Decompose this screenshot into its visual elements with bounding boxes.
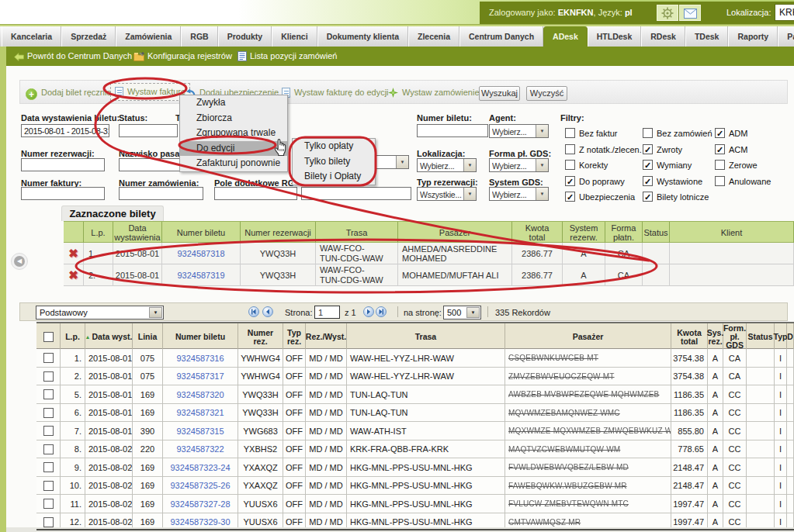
settings-button[interactable] (657, 5, 678, 21)
main-tab[interactable]: RGB (181, 26, 217, 47)
delete-ticket-icon[interactable]: ✖ (68, 249, 78, 258)
last-page-button[interactable] (376, 306, 387, 317)
page-input[interactable]: 1 (314, 306, 340, 319)
main-tab[interactable]: Dokumenty klienta (317, 26, 408, 47)
per-page-select[interactable]: 500 ▼ (443, 306, 481, 320)
header-rez-wyst[interactable]: Rez./Wyst. (306, 323, 347, 351)
header-pax[interactable]: Pasażer (505, 323, 671, 351)
ticket-number-link[interactable]: 9324587316 (176, 354, 224, 363)
payform-select[interactable]: Wybierz...▼ (489, 158, 549, 172)
ticket-number-link[interactable]: 9324587319 (177, 271, 224, 280)
ticket-number-link[interactable]: 9324587318 (177, 249, 224, 258)
main-tab[interactable]: RDesk (641, 26, 685, 47)
header-line[interactable]: Linia (133, 323, 163, 351)
back-to-centrum-danych-link[interactable]: Powrót do Centrum Danych (14, 50, 132, 63)
extra-field-input[interactable] (214, 187, 297, 200)
agent-select[interactable]: Wybierz...▼ (489, 124, 549, 138)
clear-button[interactable]: Wyczyść (526, 86, 567, 101)
add-ticket-button[interactable]: +Dodaj bilet ręcznie (26, 85, 112, 99)
extra-field-input-2[interactable] (301, 187, 411, 200)
main-tab[interactable]: Klienci (272, 26, 317, 47)
menu-item[interactable]: Zafakturuj ponownie (180, 156, 287, 171)
checkbox[interactable] (643, 128, 653, 138)
checkbox[interactable] (715, 176, 725, 186)
header-doc[interactable]: D (787, 323, 794, 351)
row-checkbox[interactable] (43, 408, 54, 418)
header-typ[interactable]: Typ rez. (283, 323, 306, 351)
header-status[interactable]: Status (747, 323, 775, 351)
ticket-number-link[interactable]: 9324587325-26 (170, 481, 230, 490)
ticket-number-link[interactable]: 9324587323-24 (170, 463, 230, 472)
row-checkbox[interactable] (43, 353, 54, 363)
checkbox[interactable]: ✓ (565, 192, 575, 202)
konfiguracja-rejestrow-link[interactable]: Konfiguracja rejestrów (133, 50, 232, 63)
row-checkbox[interactable] (43, 444, 54, 454)
main-tab[interactable]: Produkty (218, 26, 272, 47)
ticket-number-link[interactable]: 9324587329-30 (170, 517, 230, 527)
ticket-number-link[interactable]: 9324587322 (176, 444, 224, 454)
row-checkbox[interactable] (43, 481, 54, 491)
date-issued-input[interactable]: 2015-08-01 - 2015-08-31 (21, 124, 109, 137)
checkbox[interactable]: ✓ (643, 160, 653, 170)
issue-invoice-button[interactable]: Wystaw fakturę (110, 83, 190, 101)
menu-item[interactable]: Zgrupowana trwale (180, 126, 287, 141)
checkbox[interactable]: ✓ (643, 192, 653, 202)
header-date[interactable]: ▲Data wyst. (85, 323, 133, 351)
checkbox[interactable] (715, 160, 725, 170)
main-tab[interactable]: HTLDesk (588, 26, 642, 47)
gds-select[interactable]: Wybierz...▼ (489, 187, 549, 201)
ticket-number-link[interactable]: 9324587327-28 (170, 499, 230, 509)
header-route[interactable]: Trasa (347, 323, 505, 351)
header-sys[interactable]: Sys. rez. (708, 323, 723, 351)
prev-page-button[interactable] (262, 306, 273, 317)
search-button[interactable]: Wyszukaj (479, 86, 520, 101)
header-res[interactable]: Numer rez. (238, 323, 283, 351)
checkbox[interactable] (565, 128, 575, 138)
submenu-item[interactable]: Bilety i Opłaty (293, 169, 375, 185)
ticket-number-link[interactable]: 9324587315 (176, 427, 224, 436)
issue-order-button[interactable]: Wystaw zamówienie (388, 85, 480, 99)
header-amount[interactable]: Kwota total (671, 323, 708, 351)
main-tab[interactable]: TDesk (685, 26, 729, 47)
main-tab[interactable]: Pa (778, 26, 794, 47)
checkbox[interactable]: ✓ (643, 176, 653, 186)
header-form[interactable]: Form. pł. GDS (723, 323, 747, 351)
main-tab[interactable]: Kancelaria (2, 26, 61, 47)
checkbox[interactable] (565, 160, 575, 170)
row-checkbox[interactable] (43, 389, 54, 399)
header-lp[interactable]: L.p. (61, 323, 85, 351)
row-checkbox[interactable] (43, 499, 54, 509)
first-page-button[interactable] (248, 306, 259, 317)
ticket-number-link[interactable]: 9324587321 (176, 408, 224, 417)
main-tab[interactable]: ADesk (543, 26, 588, 47)
ticket-number-input[interactable] (417, 124, 488, 137)
main-tab[interactable]: Zamówienia (116, 26, 181, 47)
invoice-number-input[interactable] (21, 187, 105, 200)
main-tab[interactable]: Zlecenia (408, 26, 459, 47)
main-tab[interactable]: Raporty (728, 26, 778, 47)
menu-item[interactable]: Zwykła (180, 95, 287, 111)
row-checkbox[interactable] (43, 371, 54, 382)
header-type[interactable]: Typ (775, 323, 787, 351)
collapse-panel-button[interactable]: ◀ (11, 253, 28, 270)
checkbox[interactable]: ✓ (565, 176, 575, 186)
row-checkbox[interactable] (43, 462, 54, 472)
restype-select[interactable]: Wszystkie...▼ (417, 187, 477, 201)
mail-button[interactable] (679, 5, 701, 21)
menu-item[interactable]: Do edycji (180, 141, 287, 157)
next-page-button[interactable] (363, 306, 374, 317)
view-select[interactable]: Podstawowy ▼ (36, 306, 164, 320)
row-checkbox[interactable] (43, 426, 54, 436)
ticket-number-link[interactable]: 9324587317 (176, 371, 224, 381)
select-all-checkbox[interactable] (43, 332, 54, 342)
order-number-input[interactable] (119, 187, 203, 200)
status-input[interactable] (119, 124, 178, 137)
location-select[interactable]: Wybierz...▼ (417, 158, 477, 172)
ticket-number-link[interactable]: 9324587320 (176, 390, 224, 399)
lista-pozycji-zamowien-link[interactable]: Lista pozycji zamówień (238, 50, 338, 63)
row-checkbox[interactable] (43, 517, 54, 527)
header-ticket[interactable]: Numer biletu (163, 323, 238, 351)
checkbox[interactable]: ✓ (715, 128, 725, 138)
menu-item[interactable]: Zbiorcza (180, 111, 287, 126)
submenu-item[interactable]: Tylko bilety (293, 154, 375, 170)
